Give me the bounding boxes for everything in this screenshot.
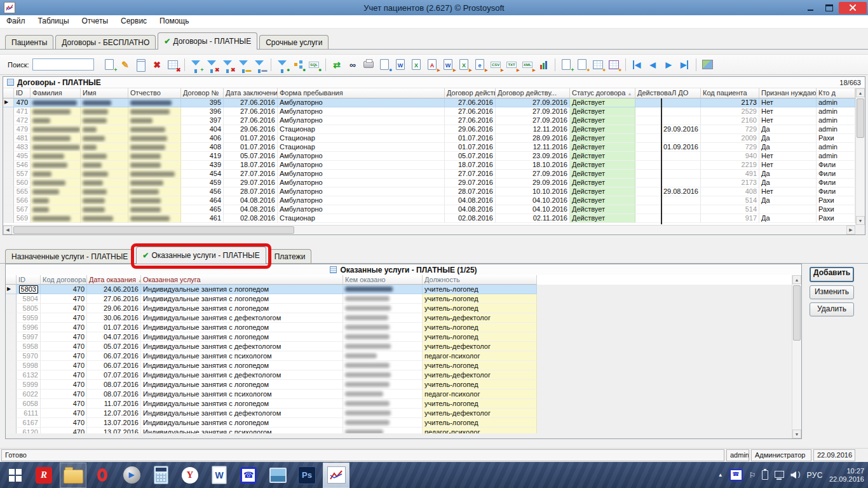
print-preview-icon[interactable]: ● [377, 58, 392, 71]
contracts-column-header-9[interactable]: Договор действу... [496, 88, 570, 98]
contract-row[interactable]: 56045929.07.2016Амбулаторно29.07.201629.… [3, 179, 855, 187]
contract-row[interactable]: 56646404.08.2016Амбулаторно04.08.201604.… [3, 196, 855, 205]
service-row[interactable]: 597047006.07.2016Индивидуальные занятия … [6, 351, 537, 361]
taskbar-app-word[interactable]: W [206, 463, 233, 488]
service-row[interactable]: 580447027.06.2016Индивидуальные занятия … [6, 294, 537, 304]
menu-help[interactable]: Помощь [153, 15, 195, 28]
service-row[interactable]: 595947030.06.2016Индивидуальные занятия … [6, 313, 537, 323]
refresh-icon[interactable]: ⇄ [330, 58, 344, 71]
tray-phone-icon[interactable]: ☎ [729, 469, 743, 481]
filter-remove-all-icon[interactable]: ✖ [220, 58, 235, 71]
scroll-right-icon[interactable]: ▶ [846, 226, 855, 234]
battery-icon[interactable] [762, 470, 768, 480]
copy-record-icon[interactable] [134, 58, 149, 71]
service-row[interactable]: 616747013.07.2016Индивидуальные занятия … [6, 418, 537, 428]
detail-tab-1[interactable]: ✔Оказанные услуги - ПЛАТНЫЕ [136, 247, 266, 264]
filter-add-icon[interactable]: + [189, 58, 203, 71]
main-tab-2[interactable]: ✔Договоры - ПЛАТНЫЕ [158, 32, 257, 50]
nav-next-icon[interactable]: ▶ [661, 58, 676, 71]
contract-row[interactable]: 48140601.07.2016Стационар01.07.201628.09… [3, 134, 855, 143]
contract-row[interactable]: 56545628.07.2016Амбулаторно28.07.201610.… [3, 187, 855, 196]
filter-open-icon[interactable]: ▬ [236, 58, 251, 71]
services-column-header-2[interactable]: Код договора [41, 275, 87, 285]
taskbar-app-photoshop[interactable]: Ps [294, 463, 320, 488]
services-column-header-5[interactable]: Кем оказано [343, 275, 423, 285]
add-subrecord-icon[interactable]: + [559, 58, 574, 71]
export-word-icon[interactable]: W▸ [441, 58, 456, 71]
service-row[interactable]: 599647001.07.2016Индивидуальные занятия … [6, 323, 537, 332]
contract-row[interactable]: ▶47039527.06.2016Амбулаторно27.06.201627… [3, 98, 855, 107]
scroll-thumb[interactable] [857, 98, 864, 138]
restore-button[interactable] [820, 2, 839, 14]
services-column-header-6[interactable]: Должность [423, 275, 537, 285]
contracts-vscrollbar[interactable]: ▲ ▼ [855, 88, 865, 225]
delete-table-rows-icon[interactable]: ✖ [166, 58, 180, 71]
close-button[interactable] [839, 2, 867, 14]
export-csv-icon[interactable]: CSV▸ [489, 58, 503, 71]
taskbar-app-opera[interactable] [89, 463, 116, 488]
scroll-thumb[interactable] [793, 285, 801, 341]
main-tab-1[interactable]: Договоры - БЕСПЛАТНО [55, 35, 156, 49]
taskbar-app-fastreport[interactable]: R [31, 463, 57, 488]
scroll-down-icon[interactable]: ▼ [856, 216, 865, 225]
print-icon[interactable] [362, 58, 376, 71]
taskbar-app-phone[interactable]: ☎ [235, 463, 262, 488]
open-in-word-icon[interactable]: W [393, 58, 408, 71]
tray-expand-icon[interactable]: ▲ [718, 471, 723, 479]
contracts-column-header-1[interactable]: ID [14, 88, 31, 98]
image-view-icon[interactable] [700, 58, 715, 71]
contract-row[interactable]: 56946102.08.2016Стационар02.08.201602.11… [3, 214, 855, 223]
contract-row[interactable]: 48340801.07.2016Стационар01.07.201612.11… [3, 143, 855, 152]
export-txt-icon[interactable]: TXT▸ [505, 58, 519, 71]
tray-flag-icon[interactable]: ⚐ [749, 471, 756, 479]
menu-reports[interactable]: Отчеты [76, 15, 114, 28]
taskbar-app-yandex[interactable]: Y [177, 463, 203, 488]
service-row[interactable]: 599847006.07.2016Индивидуальные занятия … [6, 361, 537, 370]
filter-tree-icon[interactable]: ● [291, 58, 306, 71]
add-record-icon[interactable]: + [102, 58, 117, 71]
export-pdf-icon[interactable]: A▸ [425, 58, 440, 71]
contract-row[interactable]: 54643918.07.2016Амбулаторно18.07.201618.… [3, 161, 855, 170]
contracts-column-header-0[interactable] [3, 88, 14, 98]
contract-row[interactable]: 56746504.08.2016Амбулаторно04.08.201604.… [3, 205, 855, 214]
taskbar-app-explorer[interactable] [60, 463, 86, 488]
taskbar-app-calculator[interactable] [147, 463, 174, 488]
services-column-header-3[interactable]: Дата оказания ▲ [87, 275, 141, 285]
taskbar-clock[interactable]: 10:27 22.09.2016 [829, 467, 864, 484]
export-html-icon[interactable]: e▸ [473, 58, 487, 71]
contracts-column-header-12[interactable]: Код пациента [701, 88, 759, 98]
contracts-column-header-14[interactable]: Кто д [817, 88, 855, 98]
nav-first-icon[interactable]: ◀ [630, 58, 644, 71]
volume-icon[interactable] [790, 471, 800, 479]
nav-prev-icon[interactable]: ◀ [646, 58, 660, 71]
contracts-column-header-6[interactable]: Дата заключени... [224, 88, 278, 98]
contract-row[interactable]: 55745427.07.2016Амбулаторно27.07.201627.… [3, 170, 855, 179]
taskbar-app-patient-accounting[interactable] [323, 463, 349, 488]
service-row[interactable]: 599947008.07.2016Индивидуальные занятия … [6, 380, 537, 390]
contracts-column-header-5[interactable]: Договор № [181, 88, 224, 98]
record-properties-icon[interactable]: ● [575, 58, 590, 71]
services-column-header-1[interactable]: ID [17, 275, 41, 285]
service-row[interactable]: 612047013.07.2016Индивидуальные занятия … [6, 428, 537, 433]
sql-view-icon[interactable]: SQL● [307, 58, 322, 71]
service-row[interactable]: 580547029.06.2016Индивидуальные занятия … [6, 304, 537, 313]
detail-tab-0[interactable]: Назначенные услуги - ПЛАТНЫЕ [5, 249, 134, 263]
contracts-column-header-4[interactable]: Отчество [128, 88, 181, 98]
services-vscrollbar[interactable]: ▲ ▼ [792, 275, 801, 438]
contracts-column-header-10[interactable]: Статус договора ▲ [570, 88, 635, 98]
taskbar-app-photos[interactable] [264, 463, 291, 488]
search-input[interactable] [32, 58, 94, 71]
contracts-column-header-3[interactable]: Имя [81, 88, 128, 98]
scroll-down-icon[interactable]: ▼ [792, 430, 801, 438]
contracts-column-header-13[interactable]: Признан нуждаю... [759, 88, 817, 98]
detail-tab-2[interactable]: Платежи [268, 249, 312, 263]
scroll-left-icon[interactable]: ◀ [3, 226, 12, 234]
service-row[interactable]: 599747004.07.2016Индивидуальные занятия … [6, 332, 537, 342]
contracts-column-header-2[interactable]: Фамилия [31, 88, 81, 98]
delete-record-icon[interactable]: ✖ [150, 58, 165, 71]
services-column-header-0[interactable] [6, 275, 17, 285]
service-row[interactable]: 611147012.07.2016Индивидуальные занятия … [6, 409, 537, 418]
service-row[interactable]: ▶580347024.06.2016Индивидуальные занятия… [6, 285, 537, 294]
edit-button[interactable]: Изменить [810, 285, 854, 299]
chart-icon[interactable] [536, 58, 551, 71]
